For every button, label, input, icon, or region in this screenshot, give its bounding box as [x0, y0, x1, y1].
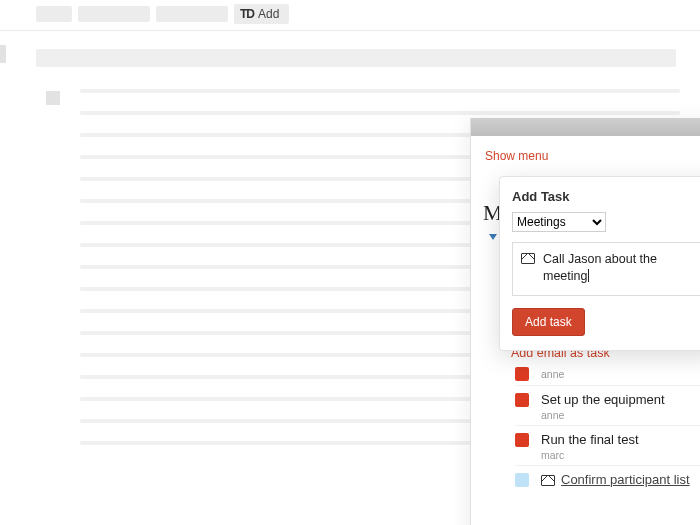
todoist-add-button[interactable]: TD Add — [234, 4, 289, 24]
mail-subject-placeholder — [36, 49, 676, 67]
text-cursor — [588, 269, 589, 282]
task-checkbox[interactable] — [515, 393, 529, 407]
add-task-button[interactable]: Add task — [512, 308, 585, 336]
toolbar-slot — [36, 6, 72, 22]
project-select[interactable]: Meetings — [512, 212, 606, 232]
show-menu-link[interactable]: Show menu — [485, 149, 548, 163]
task-checkbox[interactable] — [515, 367, 529, 381]
popover-title: Add Task — [512, 189, 700, 204]
task-assignee: anne — [541, 368, 700, 380]
toolbar-slot — [78, 6, 150, 22]
task-row[interactable]: Confirm participant list — [515, 465, 700, 493]
task-title: Set up the equipment — [541, 392, 700, 407]
mail-left-tab — [0, 45, 6, 63]
task-row[interactable]: anne — [515, 360, 700, 385]
add-task-popover: Add Task Meetings Call Jason about the m… — [499, 176, 700, 351]
todoist-logo-icon: TD — [240, 7, 254, 21]
task-title: Confirm participant list — [541, 472, 690, 487]
task-checkbox[interactable] — [515, 433, 529, 447]
mail-avatar-placeholder — [46, 91, 60, 105]
task-title: Run the final test — [541, 432, 700, 447]
email-icon — [541, 475, 555, 486]
task-checkbox[interactable] — [515, 473, 529, 487]
collapse-icon[interactable] — [489, 234, 497, 240]
task-assignee: anne — [541, 409, 700, 421]
todoist-add-label: Add — [258, 7, 279, 21]
task-input[interactable]: Call Jason about the meeting — [512, 242, 700, 296]
app-toolbar: TD Add — [0, 0, 700, 28]
task-row[interactable]: Set up the equipment anne — [515, 385, 700, 425]
toolbar-slot — [156, 6, 228, 22]
task-assignee: marc — [541, 449, 700, 461]
todoist-panel: Show menu M Add Task Meetings Call Jason… — [470, 118, 700, 525]
task-row[interactable]: Run the final test marc — [515, 425, 700, 465]
task-input-text: Call Jason about the meeting — [543, 251, 700, 285]
panel-titlebar[interactable] — [471, 118, 700, 136]
task-list: anne Set up the equipment anne Run the f… — [515, 360, 700, 493]
email-icon — [521, 253, 535, 264]
